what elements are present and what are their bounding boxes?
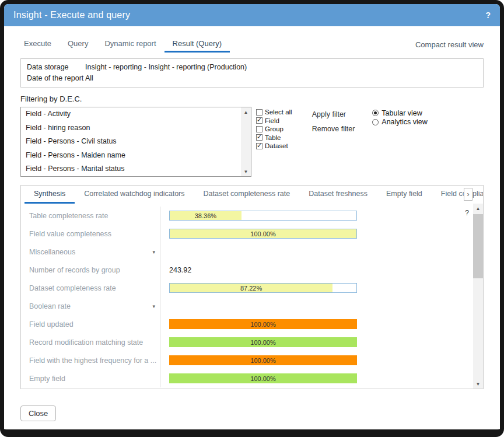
row-body: 100.00% <box>160 369 473 387</box>
radio-analytics-view[interactable]: Analytics view <box>372 118 428 127</box>
info-row: Data storage Insight - reporting - Insig… <box>27 62 477 73</box>
checkbox-box <box>256 117 262 124</box>
checkbox-table[interactable]: Table <box>256 134 292 142</box>
dialog-window: Insight - Execute and query ? ExecuteQue… <box>0 0 504 437</box>
checkbox-select-all[interactable]: Select all <box>256 108 292 117</box>
bar-value: 38.36% <box>195 212 216 219</box>
radio-tabular-view[interactable]: Tabular view <box>372 109 428 118</box>
checkbox-box <box>256 126 262 132</box>
percent-bar: 38.36% <box>169 211 357 221</box>
list-item[interactable]: Field - Activity <box>21 107 241 121</box>
result-tab-dataset-freshness[interactable]: Dataset freshness <box>299 186 377 204</box>
bar-value: 87.22% <box>240 285 262 292</box>
row-label: Record modification matching state <box>21 338 160 347</box>
info-value: Insight - reporting - Insight - reportin… <box>85 62 247 73</box>
result-row: Dataset completeness rate87.22% <box>21 279 473 297</box>
checkbox-label: Select all <box>265 109 292 116</box>
result-rows: Table completeness rate38.36%Field value… <box>21 207 473 389</box>
filter-checkboxes: Select allFieldGroupTableDataset <box>256 107 292 151</box>
info-label: Date of the report <box>27 73 85 84</box>
dec-list-items: Field - ActivityField - hiring reasonFie… <box>21 107 241 176</box>
tab-result-query[interactable]: Result (Query) <box>164 36 230 53</box>
listbox-scrollbar[interactable]: ▲ ▼ <box>241 107 251 176</box>
bar-value: 100.00% <box>250 230 275 237</box>
view-radios: Tabular viewAnalytics view <box>372 107 428 127</box>
bar-fill: 38.36% <box>170 211 242 220</box>
row-body: 87.22% <box>160 279 473 297</box>
bar-value: 100.00% <box>250 339 275 346</box>
row-body: 100.00% <box>160 333 473 351</box>
bar-value: 100.00% <box>250 321 275 328</box>
collapse-arrow-icon[interactable]: ▾ <box>152 303 155 309</box>
checkbox-label: Dataset <box>265 142 288 149</box>
row-body: 38.36% <box>160 207 473 225</box>
result-row: Empty field100.00% <box>21 369 473 387</box>
row-body: 100.00% <box>160 351 473 369</box>
scroll-up-icon[interactable]: ▲ <box>473 204 483 213</box>
compact-result-view-link[interactable]: Compact result view <box>415 40 484 53</box>
scroll-up-icon[interactable]: ▲ <box>241 107 251 117</box>
collapse-arrow-icon[interactable]: ▾ <box>152 249 155 255</box>
tab-execute[interactable]: Execute <box>16 36 60 53</box>
checkbox-dataset[interactable]: Dataset <box>256 142 292 151</box>
row-label: Boolean rate▾ <box>21 302 160 310</box>
result-tab-bar: SynthesisCorrelated watchdog indicatorsD… <box>21 186 483 204</box>
info-value: All <box>85 73 93 84</box>
row-label: Field value completeness <box>21 230 160 238</box>
dec-listbox[interactable]: Field - ActivityField - hiring reasonFie… <box>20 107 251 177</box>
result-row: Field updated100.00% <box>21 315 473 333</box>
row-label: Number of records by group <box>21 266 160 274</box>
checkbox-field[interactable]: Field <box>256 117 292 125</box>
apply-filter-button[interactable]: Apply filter <box>312 110 355 118</box>
percent-bar: 100.00% <box>169 229 357 239</box>
list-item[interactable]: Field - Persons - Marital status <box>21 162 241 176</box>
more-tabs-button[interactable]: › <box>464 188 473 201</box>
checkbox-group[interactable]: Group <box>256 125 292 134</box>
section-row: Boolean rate▾ <box>21 297 473 315</box>
result-tab-empty-field[interactable]: Empty field <box>377 186 432 204</box>
bar-fill: 100.00% <box>170 229 356 238</box>
report-info-box: Data storage Insight - reporting - Insig… <box>20 58 484 88</box>
filter-row: Field - ActivityField - hiring reasonFie… <box>20 107 484 177</box>
list-item[interactable]: Field - hiring reason <box>21 121 241 135</box>
result-tab-synthesis[interactable]: Synthesis <box>24 186 75 204</box>
title-bar: Insight - Execute and query ? <box>4 4 500 26</box>
result-tab-dataset-completeness-rate[interactable]: Dataset completeness rate <box>194 186 300 204</box>
radio-circle <box>372 110 379 116</box>
scroll-down-icon[interactable]: ▼ <box>473 379 483 389</box>
row-body <box>160 297 473 315</box>
info-row: Date of the report All <box>27 73 477 84</box>
radio-circle <box>372 119 379 125</box>
info-label: Data storage <box>27 62 85 73</box>
row-body: 100.00% <box>160 315 473 333</box>
checkbox-label: Field <box>265 117 279 124</box>
row-body: 243.92 <box>160 261 473 279</box>
row-body: 100.00% <box>160 225 473 243</box>
tab-query[interactable]: Query <box>60 36 96 53</box>
percent-bar: 100.00% <box>169 319 357 329</box>
percent-bar: 87.22% <box>169 283 357 293</box>
scrollbar-thumb[interactable] <box>473 214 483 278</box>
result-tab-correlated-watchdog-indicators[interactable]: Correlated watchdog indicators <box>75 186 194 204</box>
help-icon[interactable]: ? <box>485 11 491 20</box>
tab-dynamic-report[interactable]: Dynamic report <box>96 36 164 53</box>
percent-bar: 100.00% <box>169 355 357 365</box>
filter-actions: Apply filter Remove filter <box>312 107 355 139</box>
close-button[interactable]: Close <box>20 405 56 421</box>
results-scrollbar[interactable]: ▲ ▼ <box>473 204 483 389</box>
row-label: Field updated <box>21 320 160 328</box>
list-item[interactable]: Field - Persons - Maiden name <box>21 149 241 163</box>
remove-filter-button[interactable]: Remove filter <box>312 125 355 133</box>
checkbox-box <box>256 109 262 116</box>
checkbox-box <box>256 143 262 149</box>
result-row: Field value completeness100.00% <box>21 225 473 243</box>
bar-fill: 87.22% <box>170 284 332 292</box>
bar-fill: 100.00% <box>170 356 356 365</box>
row-body <box>160 243 473 261</box>
scroll-down-icon[interactable]: ▼ <box>241 167 251 176</box>
result-tab-field-compliance-a[interactable]: Field compliance a <box>432 186 484 204</box>
bar-fill: 100.00% <box>170 338 356 347</box>
row-label: Table completeness rate <box>21 212 160 220</box>
checkbox-label: Table <box>265 134 281 141</box>
list-item[interactable]: Field - Persons - Civil status <box>21 135 241 149</box>
